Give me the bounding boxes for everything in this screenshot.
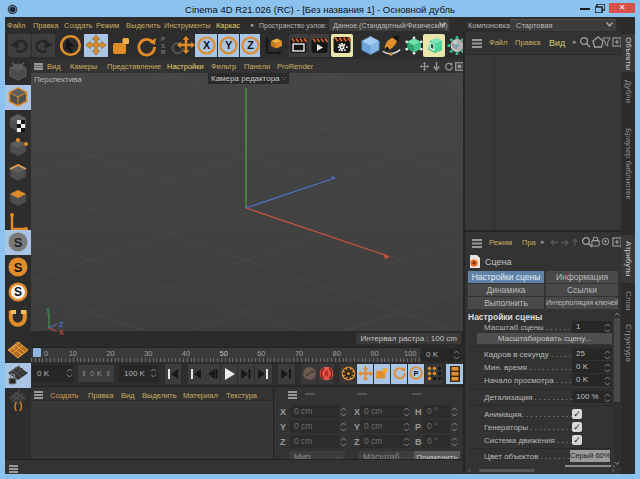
svg-text:S: S	[14, 260, 23, 275]
svg-text:S: S	[14, 285, 22, 299]
svg-text:Z: Z	[247, 39, 254, 51]
svg-text:( ): ( )	[14, 401, 23, 411]
svg-text:S: S	[14, 235, 23, 250]
svg-text:X: X	[203, 39, 211, 51]
svg-text:Z: Z	[59, 321, 64, 328]
svg-text:y: y	[47, 306, 51, 314]
svg-text:X: X	[59, 329, 64, 336]
svg-text:Y: Y	[225, 39, 233, 51]
svg-text:P: P	[414, 369, 419, 378]
